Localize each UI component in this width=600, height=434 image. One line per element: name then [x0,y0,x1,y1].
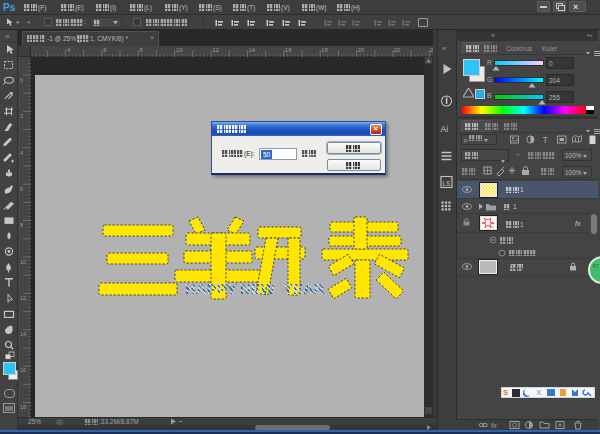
svg-text:LS: LS [443,180,452,187]
svg-text:T: T [543,135,548,145]
svg-text:Ai: Ai [441,124,449,134]
svg-text:fx: fx [491,422,497,429]
